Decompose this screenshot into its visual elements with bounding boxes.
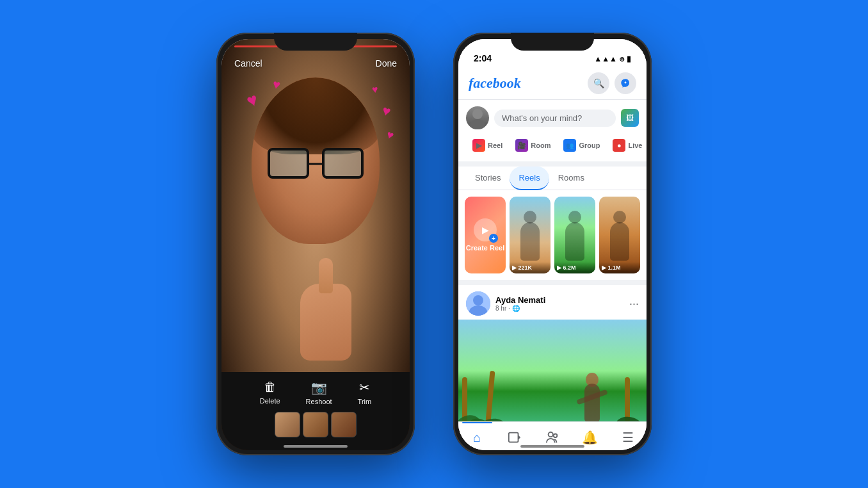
home-bar-right: [520, 445, 584, 448]
create-reel-plus: +: [489, 234, 498, 243]
notch-right: [514, 33, 591, 51]
facebook-logo: facebook: [469, 75, 521, 92]
glasses-right: [322, 148, 364, 179]
tab-stories[interactable]: Stories: [466, 167, 510, 190]
reel-label: Reel: [488, 142, 502, 149]
thumb-3[interactable]: [331, 412, 357, 437]
nav-friends-icon: [545, 430, 559, 444]
create-reel-label: Create Reel: [466, 244, 505, 252]
nav-menu[interactable]: ☰: [609, 427, 647, 448]
search-button[interactable]: 🔍: [588, 72, 609, 94]
reel3-count: ▶ 1.1M: [602, 264, 638, 271]
finger: [319, 258, 333, 293]
thumb-1[interactable]: [275, 412, 300, 437]
post-user: Ayda Nemati 8 hr · 🌐: [466, 291, 545, 316]
reels-grid: ▶ + Create Reel ▶ 221K: [465, 197, 640, 273]
live-label: Live: [628, 142, 642, 149]
reel-icon: ▶: [472, 139, 485, 152]
play-icon-2: ▶: [557, 264, 563, 271]
live-icon: ●: [613, 139, 625, 152]
post-card: Ayda Nemati 8 hr · 🌐 ···: [458, 285, 647, 422]
svg-point-7: [549, 432, 553, 437]
group-label: Group: [579, 142, 600, 149]
status-bar: 2:04 ▲▲▲ ⌾ ▮: [458, 39, 647, 67]
done-button[interactable]: Done: [376, 58, 397, 69]
battery-icon: ▮: [627, 54, 631, 63]
photo-button[interactable]: 🖼: [621, 109, 639, 127]
play-icon-1: ▶: [512, 264, 518, 271]
post-header: Ayda Nemati 8 hr · 🌐 ···: [458, 285, 647, 320]
nav-home[interactable]: ⌂: [458, 427, 496, 448]
nav-video-icon: [508, 430, 522, 444]
room-button[interactable]: 🎥 Room: [509, 136, 557, 155]
room-label: Room: [531, 142, 551, 149]
cam-bottom: 🗑 Delete 📷 Reshoot ✂ Trim: [221, 372, 410, 450]
svg-point-8: [554, 434, 558, 438]
live-button[interactable]: ● Live: [606, 136, 647, 155]
svg-point-1: [470, 119, 485, 129]
reel-card-1[interactable]: ▶ 221K: [510, 197, 551, 273]
glasses: [264, 148, 367, 180]
camera-screen: ♥ ♥ ♥ ♥ ♥ Cancel Done 🗑 Delet: [221, 39, 410, 450]
post-privacy: 🌐: [512, 305, 520, 312]
post-time: 8 hr: [495, 305, 506, 312]
composer-row: What's on your mind? 🖼: [466, 106, 639, 129]
post-user-info: Ayda Nemati 8 hr · 🌐: [495, 295, 545, 312]
delete-label: Delete: [260, 397, 280, 405]
reel3-overlay: ▶ 1.1M: [599, 262, 640, 273]
recording-bar: [234, 45, 397, 47]
left-phone: ♥ ♥ ♥ ♥ ♥ Cancel Done 🗑 Delet: [216, 33, 415, 455]
fb-screen: 2:04 ▲▲▲ ⌾ ▮ facebook 🔍: [458, 39, 647, 450]
group-icon: 👥: [563, 139, 576, 152]
phones-container: ♥ ♥ ♥ ♥ ♥ Cancel Done 🗑 Delet: [216, 33, 652, 455]
cancel-button[interactable]: Cancel: [234, 58, 262, 69]
create-reel-card[interactable]: ▶ + Create Reel: [465, 197, 506, 273]
cam-tools: 🗑 Delete 📷 Reshoot ✂ Trim: [221, 380, 410, 405]
group-button[interactable]: 👥 Group: [557, 136, 606, 155]
reel1-count: ▶ 221K: [512, 264, 548, 271]
signal-icon: ▲▲▲: [594, 54, 617, 63]
right-phone-screen: 2:04 ▲▲▲ ⌾ ▮ facebook 🔍: [458, 39, 647, 450]
right-phone: 2:04 ▲▲▲ ⌾ ▮ facebook 🔍: [453, 33, 652, 455]
tab-reels[interactable]: Reels: [510, 167, 549, 190]
create-reel-icon: ▶ +: [474, 218, 497, 241]
delete-icon: 🗑: [264, 380, 277, 394]
reel-button[interactable]: ▶ Reel: [466, 136, 509, 155]
post-avatar-img: [466, 291, 490, 316]
tab-rooms[interactable]: Rooms: [549, 167, 593, 190]
svg-point-3: [473, 295, 483, 305]
left-phone-screen: ♥ ♥ ♥ ♥ ♥ Cancel Done 🗑 Delet: [221, 39, 410, 450]
trim-icon: ✂: [359, 380, 370, 395]
fb-header: facebook 🔍: [458, 67, 647, 100]
room-icon: 🎥: [515, 139, 528, 152]
reels-section: ▶ + Create Reel ▶ 221K: [458, 190, 647, 280]
avatar-person: [466, 106, 489, 129]
delete-tool[interactable]: 🗑 Delete: [260, 380, 280, 405]
reshoot-label: Reshoot: [306, 398, 332, 405]
heart-4: ♥: [371, 84, 378, 96]
trim-label: Trim: [358, 398, 372, 405]
trim-tool[interactable]: ✂ Trim: [358, 380, 372, 405]
post-figure: [576, 358, 608, 422]
glasses-bridge: [309, 163, 322, 165]
post-username: Ayda Nemati: [495, 295, 545, 305]
svg-marker-6: [518, 435, 521, 439]
svg-rect-5: [509, 433, 518, 443]
composer-avatar: [466, 106, 489, 129]
composer-input[interactable]: What's on your mind?: [494, 110, 616, 127]
post-meta: 8 hr · 🌐: [495, 305, 545, 312]
post-more-button[interactable]: ···: [629, 297, 639, 311]
thumb-2[interactable]: [303, 412, 328, 437]
messenger-icon: [620, 78, 631, 88]
avatar-silhouette: [466, 106, 489, 129]
messenger-button[interactable]: [615, 72, 636, 94]
play-icon-3: ▶: [602, 264, 608, 271]
status-time: 2:04: [474, 53, 492, 63]
reshoot-tool[interactable]: 📷 Reshoot: [306, 380, 332, 405]
reel-card-2[interactable]: ▶ 6.2M: [554, 197, 595, 273]
reel-card-3[interactable]: ▶ 1.1M: [599, 197, 640, 273]
fb-header-icons: 🔍: [588, 72, 636, 94]
cam-thumbnails: [221, 412, 410, 437]
status-icons: ▲▲▲ ⌾ ▮: [594, 54, 631, 63]
action-row: ▶ Reel 🎥 Room 👥 Group ●: [466, 134, 639, 156]
